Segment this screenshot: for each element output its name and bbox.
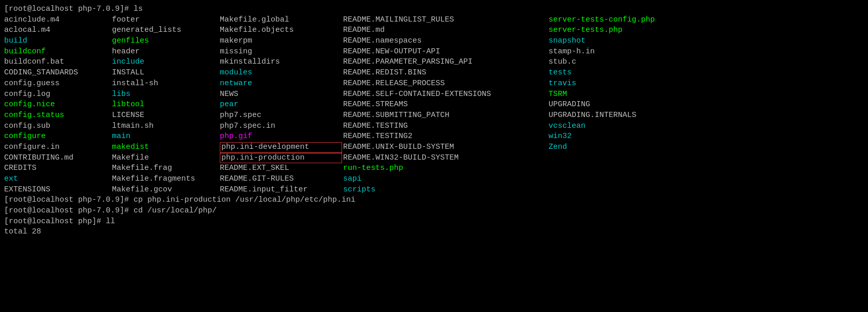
cmd-cp: [root@localhost php-7.0.9]# cp php.ini-p…	[4, 195, 864, 206]
ls-item: footer	[112, 15, 220, 26]
ls-item: README.UNIX-BUILD-SYSTEM	[343, 142, 549, 153]
ls-item: scripts	[343, 185, 549, 196]
ls-item: main	[112, 131, 220, 142]
ls-item: README.RELEASE_PROCESS	[343, 79, 549, 89]
ls-item: INSTALL	[112, 68, 220, 79]
ls-item: configure.in	[4, 142, 112, 153]
ls-item: netware	[220, 79, 343, 89]
ls-item: buildconf.bat	[4, 57, 112, 68]
ls-item: README.TESTING	[343, 121, 549, 132]
ls-item: README.SELF-CONTAINED-EXTENSIONS	[343, 89, 549, 100]
ls-item: genfiles	[112, 36, 220, 47]
ls-item: README.md	[343, 25, 549, 36]
ls-item-include: include	[112, 57, 220, 68]
ls-item: ltmain.sh	[112, 121, 220, 132]
ls-item: README.namespaces	[343, 36, 549, 47]
ls-item	[549, 163, 864, 174]
ls-item: EXTENSIONS	[4, 185, 112, 196]
ls-item: ext	[4, 174, 112, 185]
ls-item: buildconf	[4, 47, 112, 57]
terminal: [root@localhost php-7.0.9]# ls acinclude…	[4, 4, 864, 238]
ls-item-phpgif: php.gif	[220, 131, 343, 142]
ls-item-php-ini-dev: php.ini-development	[220, 142, 342, 153]
ls-item: README.NEW-OUTPUT-API	[343, 47, 549, 57]
ls-item: README.REDIST.BINS	[343, 68, 549, 79]
ls-item: TSRM	[549, 89, 864, 100]
ls-item: missing	[220, 47, 343, 57]
ls-item: pear	[220, 100, 343, 110]
ls-item: Makefile.frag	[112, 163, 220, 174]
ls-item: makerpm	[220, 36, 343, 47]
ls-item: UPGRADING	[549, 100, 864, 110]
ls-item: config.status	[4, 110, 112, 121]
ls-item: vcsclean	[549, 121, 864, 132]
ls-item: header	[112, 47, 220, 57]
ls-item: php7.spec	[220, 110, 343, 121]
ls-item: install-sh	[112, 79, 220, 89]
ls-item: tests	[549, 68, 864, 79]
ls-item: Makefile	[112, 153, 220, 164]
ls-item: libs	[112, 89, 220, 100]
ls-item: Makefile.global	[220, 15, 343, 26]
ls-item: CODING_STANDARDS	[4, 68, 112, 79]
cmd-ll: [root@localhost php]# ll	[4, 217, 864, 227]
ls-item: build	[4, 36, 112, 47]
ls-item: stub.c	[549, 57, 864, 68]
ls-item: server-tests.php	[549, 25, 864, 36]
ls-item: modules	[220, 68, 343, 79]
ls-item-php-ini-prod: php.ini-production	[220, 153, 342, 164]
ls-item: Makefile.objects	[220, 25, 343, 36]
ls-item: UPGRADING.INTERNALS	[549, 110, 864, 121]
ls-item: README.input_filter	[220, 185, 343, 196]
ls-item: README.TESTING2	[343, 131, 549, 142]
ls-item: travis	[549, 79, 864, 89]
ls-item: libtool	[112, 100, 220, 110]
ls-item: generated_lists	[112, 25, 220, 36]
ls-item: README.SUBMITTING_PATCH	[343, 110, 549, 121]
cmd-total: total 28	[4, 227, 864, 238]
ls-item: sapi	[343, 174, 549, 185]
ls-item: mkinstalldirs	[220, 57, 343, 68]
ls-item	[549, 185, 864, 196]
ls-item: CREDITS	[4, 163, 112, 174]
ls-item: aclocal.m4	[4, 25, 112, 36]
ls-item: configure	[4, 131, 112, 142]
cmd-cd: [root@localhost php-7.0.9]# cd /usr/loca…	[4, 206, 864, 217]
ls-item: acinclude.m4	[4, 15, 112, 26]
ls-item: CONTRIBUTING.md	[4, 153, 112, 164]
ls-item: config.log	[4, 89, 112, 100]
ls-item: README.MAILINGLIST_RULES	[343, 15, 549, 26]
prompt-ls: [root@localhost php-7.0.9]# ls	[4, 4, 864, 15]
ls-item: run-tests.php	[343, 163, 549, 174]
ls-item: README.GIT-RULES	[220, 174, 343, 185]
ls-item: Zend	[549, 142, 864, 153]
ls-item: win32	[549, 131, 864, 142]
ls-item: NEWS	[220, 89, 343, 100]
ls-item: server-tests-config.php	[549, 15, 864, 26]
ls-output: acinclude.m4 footer Makefile.global READ…	[4, 15, 864, 196]
ls-item: LICENSE	[112, 110, 220, 121]
ls-item: README.EXT_SKEL	[220, 163, 343, 174]
ls-item: config.guess	[4, 79, 112, 89]
ls-item: php7.spec.in	[220, 121, 343, 132]
ls-item: README.PARAMETER_PARSING_API	[343, 57, 549, 68]
ls-item: config.nice	[4, 100, 112, 110]
ls-item: README.STREAMS	[343, 100, 549, 110]
ls-item: README.WIN32-BUILD-SYSTEM	[343, 153, 549, 164]
ls-item: makedist	[112, 142, 220, 153]
ls-item: Makefile.gcov	[112, 185, 220, 196]
ls-item: Makefile.fragments	[112, 174, 220, 185]
ls-item: config.sub	[4, 121, 112, 132]
ls-item: snapshot	[549, 36, 864, 47]
ls-item: stamp-h.in	[549, 47, 864, 57]
ls-item	[549, 174, 864, 185]
ls-item	[549, 153, 864, 164]
